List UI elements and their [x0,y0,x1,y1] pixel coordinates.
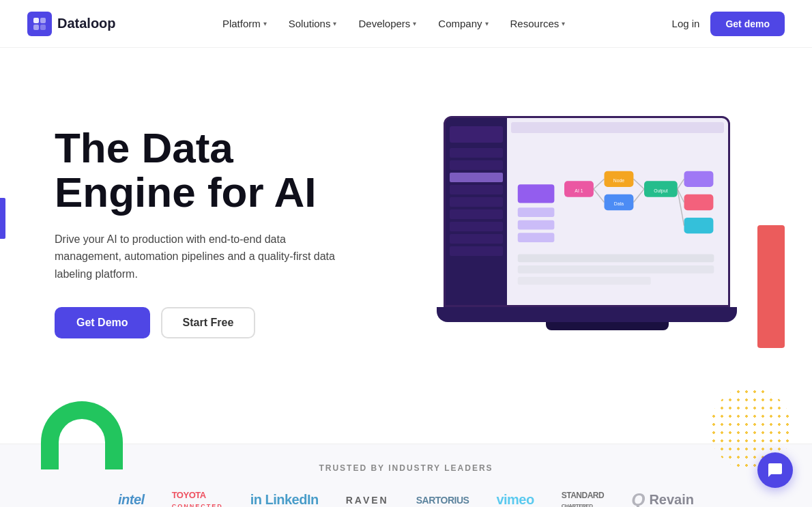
hero-right: AI 1 Node Data Output [444,116,771,348]
deco-red-shape [757,225,785,348]
svg-line-19 [594,179,605,189]
svg-line-22 [633,189,644,203]
brand-name: Dataloop [57,16,116,31]
svg-rect-5 [518,207,555,217]
chevron-down-icon: ▾ [562,20,565,27]
nav-developers[interactable]: Developers ▾ [349,12,426,35]
nav-solutions-label: Solutions [289,18,331,29]
logo-toyota: TOYOTACONNECTED [172,490,223,508]
svg-rect-28 [518,277,651,285]
svg-rect-1 [40,18,46,23]
screen-sidebar [446,118,507,305]
hero-section: The Data Engine for AI Drive your AI to … [0,48,812,507]
deco-arch-left [41,401,123,469]
sidebar-row [450,246,503,256]
svg-rect-26 [518,255,714,263]
revain-text: Revain [649,492,694,507]
navbar: Dataloop Platform ▾ Solutions ▾ Develope… [0,0,812,48]
sidebar-row [450,222,503,231]
nav-platform-label: Platform [222,18,261,29]
screen-topbar [511,122,724,133]
login-link[interactable]: Log in [672,18,700,29]
laptop-illustration: AI 1 Node Data Output [444,116,771,348]
svg-rect-16 [684,171,714,187]
svg-rect-2 [33,25,39,30]
screen-main: AI 1 Node Data Output [507,118,728,305]
nav-company[interactable]: Company ▾ [429,12,497,35]
chat-fab-button[interactable] [757,452,793,488]
hero: The Data Engine for AI Drive your AI to … [0,48,812,403]
pipeline-svg: AI 1 Node Data Output [511,137,724,298]
nav-developers-label: Developers [358,18,410,29]
get-demo-button[interactable]: Get demo [710,12,785,36]
hero-subtitle: Drive your AI to production with end-to-… [55,231,348,283]
sidebar-row [450,148,503,158]
nav-company-label: Company [438,18,482,29]
arch-green-shape [41,401,123,469]
hero-title: The Data Engine for AI [55,126,348,214]
svg-rect-4 [518,184,555,203]
hero-left: The Data Engine for AI Drive your AI to … [55,126,348,339]
nav-solutions[interactable]: Solutions ▾ [279,12,347,35]
nav-links: Platform ▾ Solutions ▾ Developers ▾ Comp… [213,12,575,35]
svg-rect-0 [33,18,39,23]
svg-text:Output: Output [654,188,668,194]
svg-rect-6 [518,220,555,230]
trusted-label: TRUSTED BY INDUSTRY LEADERS [41,463,771,473]
svg-text:Node: Node [613,178,624,183]
logo-standard: STANDARDCHARTERED [562,491,604,508]
nav-resources[interactable]: Resources ▾ [501,12,575,35]
deco-blue-shape [0,198,5,239]
svg-rect-18 [684,218,714,233]
svg-rect-27 [518,265,714,274]
get-demo-hero-button[interactable]: Get Demo [55,307,150,338]
sidebar-row [450,197,503,207]
chevron-down-icon: ▾ [263,20,267,27]
revain-q-icon: Q [631,489,645,507]
sidebar-row [450,234,503,244]
svg-text:Data: Data [614,201,624,206]
nav-resources-label: Resources [510,18,560,29]
logos-row: intel TOYOTACONNECTED in LinkedIn RAVEN … [41,489,771,507]
logo-vimeo: vimeo [496,492,534,507]
nav-right: Log in Get demo [672,12,785,36]
logo-raven: RAVEN [346,495,389,506]
chat-icon [767,462,783,478]
chevron-down-icon: ▾ [333,20,336,27]
chevron-down-icon: ▾ [413,20,416,27]
sidebar-logo [450,126,503,143]
svg-rect-17 [684,194,714,210]
laptop-stand [546,322,669,330]
svg-line-23 [678,179,684,189]
svg-text:AI 1: AI 1 [575,188,583,193]
logo-linkedin: in LinkedIn [250,492,319,507]
chevron-down-icon: ▾ [485,20,489,27]
svg-line-25 [678,189,684,226]
revain-badge: Q Revain [631,489,694,507]
logo[interactable]: Dataloop [27,12,116,36]
logo-icon [27,12,52,36]
hero-buttons: Get Demo Start Free [55,307,348,338]
sidebar-row [450,209,503,219]
laptop-base [437,307,737,322]
svg-rect-3 [40,25,46,30]
svg-line-21 [633,179,644,189]
nav-platform[interactable]: Platform ▾ [213,12,276,35]
sidebar-row-active [450,173,503,182]
svg-rect-7 [518,233,555,242]
sidebar-row [450,160,503,170]
hero-title-line1: The Data [55,124,233,171]
svg-line-20 [594,189,605,203]
hero-title-line2: Engine for AI [55,169,316,216]
logo-sartorius: SARTORIUS [416,495,469,506]
logo-intel: intel [118,492,145,507]
laptop-screen: AI 1 Node Data Output [444,116,730,307]
sidebar-row [450,185,503,194]
start-free-button[interactable]: Start Free [161,307,256,338]
